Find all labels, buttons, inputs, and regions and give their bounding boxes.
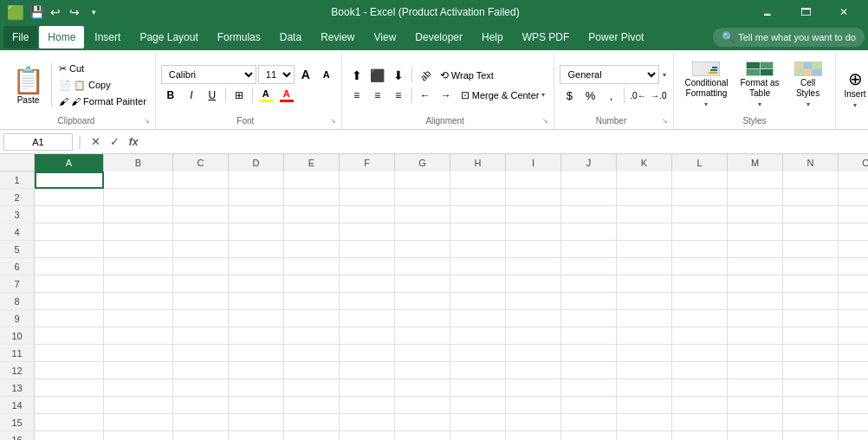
cell-O12[interactable] [839, 362, 868, 379]
cell-L10[interactable] [672, 327, 728, 345]
cell-C14[interactable] [173, 397, 229, 414]
cell-C15[interactable] [173, 414, 229, 431]
cell-H9[interactable] [450, 310, 506, 327]
cell-I10[interactable] [506, 327, 561, 345]
cell-A14[interactable] [35, 397, 104, 414]
border-button[interactable]: ⊞ [230, 86, 249, 105]
row-num-11[interactable]: 11 [0, 345, 35, 362]
decrease-decimal-button[interactable]: .0← [628, 86, 647, 105]
row-num-12[interactable]: 12 [0, 362, 35, 379]
cell-F3[interactable] [340, 206, 395, 223]
menu-help[interactable]: Help [473, 26, 512, 49]
align-bottom-button[interactable]: ⬇ [389, 66, 408, 85]
column-header-O[interactable]: O [839, 154, 868, 171]
cell-I14[interactable] [506, 397, 561, 414]
cell-L6[interactable] [672, 258, 728, 275]
cell-E16[interactable] [284, 431, 340, 440]
orientation-button[interactable]: ab [411, 61, 438, 88]
cell-K5[interactable] [617, 241, 672, 258]
cell-E11[interactable] [284, 345, 340, 362]
cell-E13[interactable] [284, 379, 340, 397]
cell-M6[interactable] [728, 258, 783, 275]
copy-button[interactable]: 📄 📋 Copy [55, 77, 150, 94]
cell-D2[interactable] [229, 189, 284, 206]
row-num-16[interactable]: 16 [0, 431, 35, 440]
cell-N8[interactable] [783, 293, 839, 310]
cell-O10[interactable] [839, 327, 868, 345]
redo-icon[interactable]: ↪ [68, 5, 81, 19]
cell-styles-expand-icon[interactable]: ▾ [806, 100, 810, 108]
cell-F2[interactable] [340, 189, 395, 206]
cell-D6[interactable] [229, 258, 284, 275]
menu-insert[interactable]: Insert [86, 26, 129, 49]
cell-K3[interactable] [617, 206, 672, 223]
cell-G11[interactable] [395, 345, 450, 362]
cell-C4[interactable] [173, 223, 229, 241]
cell-D4[interactable] [229, 223, 284, 241]
cell-L9[interactable] [672, 310, 728, 327]
column-header-H[interactable]: H [450, 154, 506, 171]
cell-K13[interactable] [617, 379, 672, 397]
menu-review[interactable]: Review [312, 26, 363, 49]
font-expand-icon[interactable]: ↘ [330, 117, 336, 125]
row-num-4[interactable]: 4 [0, 223, 35, 241]
increase-decimal-button[interactable]: →.0 [649, 86, 668, 105]
cell-O16[interactable] [839, 431, 868, 440]
cell-O2[interactable] [839, 189, 868, 206]
cell-H15[interactable] [450, 414, 506, 431]
undo-icon[interactable]: ↩ [49, 5, 62, 19]
cell-M10[interactable] [728, 327, 783, 345]
cell-D16[interactable] [229, 431, 284, 440]
cell-J15[interactable] [561, 414, 617, 431]
cell-E3[interactable] [284, 206, 340, 223]
row-num-9[interactable]: 9 [0, 310, 35, 327]
cell-D14[interactable] [229, 397, 284, 414]
cell-N9[interactable] [783, 310, 839, 327]
cell-D15[interactable] [229, 414, 284, 431]
column-header-A[interactable]: A [35, 154, 104, 171]
font-size-select[interactable]: 11 [258, 65, 295, 84]
cell-B16[interactable] [104, 431, 173, 440]
cell-F12[interactable] [340, 362, 395, 379]
cell-B12[interactable] [104, 362, 173, 379]
cell-H13[interactable] [450, 379, 506, 397]
cell-O8[interactable] [839, 293, 868, 310]
cell-B1[interactable] [104, 171, 173, 189]
cell-M7[interactable] [728, 275, 783, 293]
merge-expand-icon[interactable]: ▾ [541, 91, 545, 99]
cell-M2[interactable] [728, 189, 783, 206]
cell-B14[interactable] [104, 397, 173, 414]
wrap-text-button[interactable]: ⟲ Wrap Text [437, 67, 497, 84]
cell-O7[interactable] [839, 275, 868, 293]
cell-A1[interactable] [35, 171, 104, 189]
column-header-G[interactable]: G [395, 154, 450, 171]
cell-N16[interactable] [783, 431, 839, 440]
cell-M15[interactable] [728, 414, 783, 431]
percent-button[interactable]: % [580, 86, 599, 105]
cell-styles-button[interactable]: CellStyles ▾ [787, 59, 830, 111]
cell-N5[interactable] [783, 241, 839, 258]
cell-N12[interactable] [783, 362, 839, 379]
cell-I8[interactable] [506, 293, 561, 310]
cell-J6[interactable] [561, 258, 617, 275]
cell-K16[interactable] [617, 431, 672, 440]
cell-reference-box[interactable] [3, 133, 73, 151]
cell-F10[interactable] [340, 327, 395, 345]
cell-A4[interactable] [35, 223, 104, 241]
cell-N11[interactable] [783, 345, 839, 362]
cell-B5[interactable] [104, 241, 173, 258]
cell-L15[interactable] [672, 414, 728, 431]
font-color-button[interactable]: A [277, 86, 296, 105]
cell-O4[interactable] [839, 223, 868, 241]
cell-C8[interactable] [173, 293, 229, 310]
cell-F16[interactable] [340, 431, 395, 440]
cell-D5[interactable] [229, 241, 284, 258]
cell-F5[interactable] [340, 241, 395, 258]
cell-L7[interactable] [672, 275, 728, 293]
merge-center-button[interactable]: ⊡ Merge & Center ▾ [457, 87, 549, 104]
cell-J4[interactable] [561, 223, 617, 241]
cell-I5[interactable] [506, 241, 561, 258]
number-expand-icon[interactable]: ↘ [662, 117, 668, 125]
cell-L1[interactable] [672, 171, 728, 189]
cell-D11[interactable] [229, 345, 284, 362]
